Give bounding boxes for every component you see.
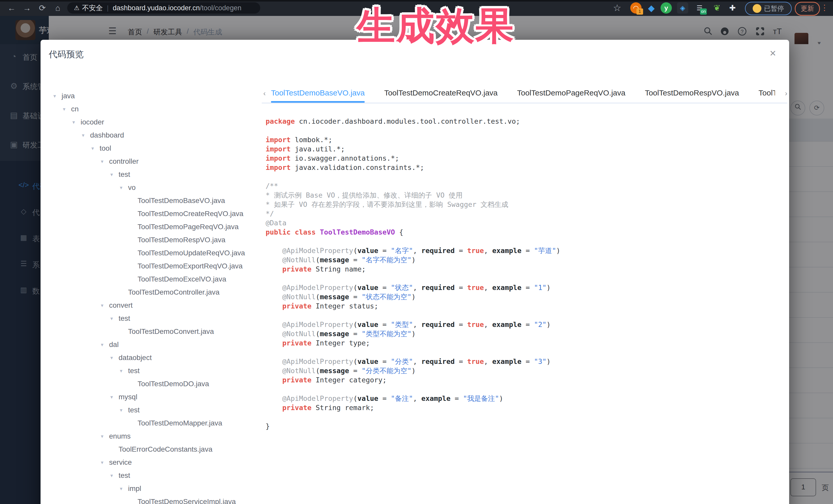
extension-list-icon[interactable]: ☰ on	[694, 2, 705, 14]
tree-folder[interactable]: ▾impl	[41, 482, 261, 495]
tree-file[interactable]: ▾ToolTestDemoCreateReqVO.java	[41, 207, 261, 220]
url-separator: |	[107, 4, 109, 12]
caret-down-icon[interactable]: ▾	[53, 93, 62, 99]
code-line: package cn.iocoder.dashboard.modules.too…	[266, 117, 781, 126]
caret-down-icon[interactable]: ▾	[110, 315, 119, 321]
code-viewer[interactable]: package cn.iocoder.dashboard.modules.too…	[266, 117, 781, 431]
tree-file[interactable]: ▾ToolTestDemoController.java	[41, 286, 261, 299]
tree-folder[interactable]: ▾java	[41, 89, 261, 102]
tree-node-label: ToolTestDemoBaseVO.java	[138, 197, 225, 205]
browser-home-icon[interactable]: ⌂	[52, 2, 64, 14]
tree-folder[interactable]: ▾convert	[41, 299, 261, 312]
tree-file[interactable]: ▾ToolTestDemoBaseVO.java	[41, 194, 261, 207]
file-tab[interactable]: ToolTestDemoPageReqVO.java	[517, 85, 625, 103]
extension-gem-icon[interactable]: ◆	[646, 2, 657, 14]
tree-node-label: ToolTestDemoExcelVO.java	[138, 275, 226, 283]
extension-diamond-grid-icon[interactable]: ◈	[677, 2, 688, 14]
browser-back-icon[interactable]: ←	[6, 2, 18, 14]
close-icon[interactable]: ✕	[769, 48, 776, 58]
tree-node-label: dashboard	[90, 131, 124, 139]
tree-node-label: ToolErrorCodeConstants.java	[119, 445, 213, 453]
caret-down-icon[interactable]: ▾	[120, 368, 128, 374]
code-line: @ApiModelProperty(value = "名字", required…	[266, 246, 781, 255]
code-line: @ApiModelProperty(value = "状态", required…	[266, 283, 781, 292]
tree-folder[interactable]: ▾controller	[41, 155, 261, 168]
url-host[interactable]: dashboard.yudao.iocoder.cn	[113, 4, 200, 12]
caret-down-icon[interactable]: ▾	[63, 106, 71, 112]
caret-down-icon[interactable]: ▾	[110, 394, 119, 400]
tree-folder[interactable]: ▾iocoder	[41, 116, 261, 128]
extension-orange-icon[interactable]: ◠ 1	[630, 2, 642, 14]
not-secure-label[interactable]: 不安全	[82, 3, 103, 13]
extension-badge: 1	[637, 8, 643, 15]
caret-down-icon[interactable]: ▾	[110, 355, 119, 361]
code-line	[266, 311, 781, 320]
address-bar[interactable]: ⚠ 不安全 | dashboard.yudao.iocoder.cn/tool/…	[67, 2, 260, 14]
tree-folder[interactable]: ▾test	[41, 403, 261, 416]
tree-node-label: test	[119, 472, 130, 480]
annotation-banner: 生成效果	[357, 1, 515, 52]
extensions-puzzle-icon[interactable]: ✚	[727, 2, 738, 14]
file-tab[interactable]: ToolTestDemoCreateReqVO.java	[384, 85, 498, 103]
tree-folder[interactable]: ▾test	[41, 312, 261, 325]
url-path: /tool/codegen	[200, 4, 241, 12]
file-tab-bar: ‹ ToolTestDemoBaseVO.javaToolTestDemoCre…	[262, 85, 787, 103]
browser-forward-icon[interactable]: →	[21, 2, 33, 14]
caret-down-icon[interactable]: ▾	[110, 171, 119, 177]
caret-down-icon[interactable]: ▾	[82, 132, 90, 138]
profile-paused-pill[interactable]: 已暂停	[745, 2, 792, 15]
file-tab[interactable]: ToolTestDemoBaseVO.java	[271, 85, 365, 103]
browser-reload-icon[interactable]: ⟳	[37, 2, 48, 14]
paused-label: 已暂停	[764, 4, 784, 13]
tree-file[interactable]: ▾ToolTestDemoUpdateReqVO.java	[41, 246, 261, 260]
code-line: * 测试示例 Base VO，提供给添加、修改、详细的子 VO 使用	[266, 191, 781, 200]
tree-folder[interactable]: ▾service	[41, 456, 261, 469]
tree-file[interactable]: ▾ToolTestDemoPageReqVO.java	[41, 220, 261, 233]
code-line: public class ToolTestDemoBaseVO {	[266, 227, 781, 237]
caret-down-icon[interactable]: ▾	[101, 302, 109, 309]
tree-file[interactable]: ▾ToolTestDemoExportReqVO.java	[41, 260, 261, 272]
caret-down-icon[interactable]: ▾	[120, 185, 128, 191]
caret-down-icon[interactable]: ▾	[72, 119, 80, 125]
extension-on-badge: on	[700, 8, 707, 15]
caret-down-icon[interactable]: ▾	[101, 158, 109, 165]
tree-node-label: ToolTestDemoConvert.java	[128, 328, 214, 336]
caret-down-icon[interactable]: ▾	[101, 433, 109, 439]
tree-file[interactable]: ▾ToolErrorCodeConstants.java	[41, 443, 261, 456]
tree-folder[interactable]: ▾vo	[41, 181, 261, 194]
tree-folder[interactable]: ▾dashboard	[41, 128, 261, 142]
tree-folder[interactable]: ▾test	[41, 469, 261, 482]
tree-folder[interactable]: ▾tool	[41, 142, 261, 155]
tabs-scroll-right-icon[interactable]: ›	[785, 89, 787, 97]
tree-file[interactable]: ▾ToolTestDemoConvert.java	[41, 325, 261, 338]
tree-node-label: ToolTestDemoCreateReqVO.java	[138, 210, 243, 218]
tree-folder[interactable]: ▾enums	[41, 430, 261, 443]
caret-down-icon[interactable]: ▾	[91, 145, 100, 151]
tree-file[interactable]: ▾ToolTestDemoServiceImpl.java	[41, 495, 261, 504]
chrome-update-button[interactable]: 更新	[795, 2, 820, 16]
tree-file[interactable]: ▾ToolTestDemoExcelVO.java	[41, 272, 261, 286]
caret-down-icon[interactable]: ▾	[110, 473, 119, 479]
tree-folder[interactable]: ▾cn	[41, 102, 261, 116]
tree-file[interactable]: ▾ToolTestDemoDO.java	[41, 377, 261, 390]
tree-file[interactable]: ▾ToolTestDemoRespVO.java	[41, 233, 261, 246]
file-tab[interactable]: ToolTestDemoRespVO.java	[645, 85, 739, 103]
caret-down-icon[interactable]: ▾	[101, 459, 109, 465]
tree-folder[interactable]: ▾dataobject	[41, 351, 261, 364]
file-tab[interactable]: ToolTe	[759, 85, 775, 103]
bookmark-star-icon[interactable]: ☆	[611, 2, 623, 14]
dialog-title: 代码预览	[49, 48, 84, 60]
tree-folder[interactable]: ▾test	[41, 168, 261, 181]
tree-folder[interactable]: ▾dal	[41, 338, 261, 351]
caret-down-icon[interactable]: ▾	[101, 341, 109, 348]
tabs-scroll-left-icon[interactable]: ‹	[263, 89, 266, 97]
caret-down-icon[interactable]: ▾	[120, 407, 128, 413]
tree-folder[interactable]: ▾mysql	[41, 390, 261, 403]
tree-file[interactable]: ▾ToolTestDemoMapper.java	[41, 416, 261, 430]
extension-sprout-icon[interactable]: ❦	[711, 2, 723, 14]
extension-green-y-icon[interactable]: y	[661, 2, 672, 14]
chrome-menu-icon[interactable]: ⋮	[821, 3, 828, 12]
tree-node-label: ToolTestDemoController.java	[128, 288, 219, 296]
caret-down-icon[interactable]: ▾	[120, 485, 128, 492]
tree-folder[interactable]: ▾test	[41, 364, 261, 377]
